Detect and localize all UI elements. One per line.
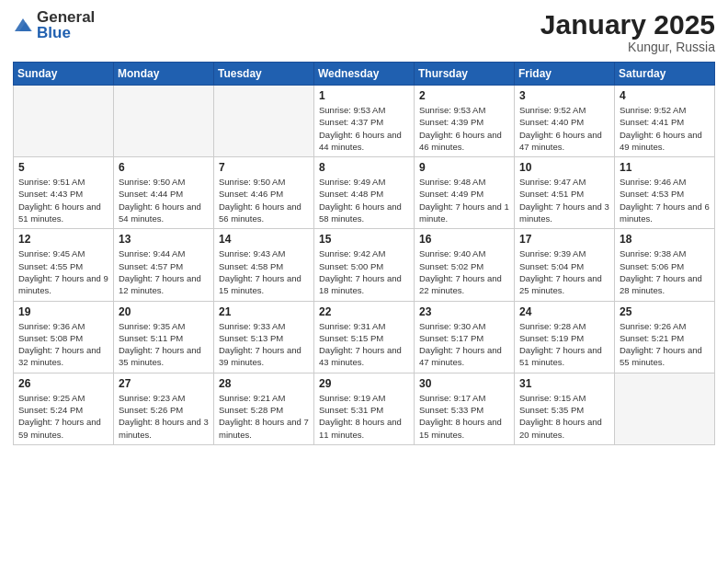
weekday-header: Saturday [615,63,715,86]
calendar-title: January 2025 [540,9,715,40]
sunrise-text: Sunrise: 9:33 AM [219,321,285,331]
sunrise-text: Sunrise: 9:17 AM [419,393,485,403]
sunset-text: Sunset: 4:37 PM [319,117,383,127]
day-number: 2 [419,89,509,102]
day-number: 10 [519,161,609,174]
daylight-text: Daylight: 6 hours and 56 minutes. [219,201,301,224]
sunset-text: Sunset: 4:58 PM [219,261,283,271]
day-number: 9 [419,161,509,174]
day-info: Sunrise: 9:53 AMSunset: 4:39 PMDaylight:… [419,104,509,153]
calendar-cell: 3Sunrise: 9:52 AMSunset: 4:40 PMDaylight… [515,86,615,157]
calendar-cell: 27Sunrise: 9:23 AMSunset: 5:26 PMDayligh… [114,373,214,444]
daylight-text: Daylight: 7 hours and 39 minutes. [219,345,301,367]
sunset-text: Sunset: 4:39 PM [419,117,483,127]
daylight-text: Daylight: 6 hours and 58 minutes. [319,201,402,224]
day-number: 4 [620,89,710,102]
sunset-text: Sunset: 5:21 PM [620,333,684,343]
calendar-cell: 7Sunrise: 9:50 AMSunset: 4:46 PMDaylight… [214,157,314,229]
day-info: Sunrise: 9:40 AMSunset: 5:02 PMDaylight:… [419,247,509,296]
day-info: Sunrise: 9:45 AMSunset: 4:55 PMDaylight:… [18,247,108,296]
calendar-cell: 31Sunrise: 9:15 AMSunset: 5:35 PMDayligh… [515,373,615,444]
sunrise-text: Sunrise: 9:45 AM [18,248,85,259]
day-number: 17 [519,233,609,246]
calendar-cell [114,86,214,157]
daylight-text: Daylight: 7 hours and 6 minutes. [620,201,710,224]
day-number: 11 [620,161,710,174]
daylight-text: Daylight: 7 hours and 15 minutes. [219,273,301,295]
day-info: Sunrise: 9:51 AMSunset: 4:43 PMDaylight:… [18,176,108,224]
day-info: Sunrise: 9:30 AMSunset: 5:17 PMDaylight:… [419,320,509,369]
weekday-header: Thursday [415,63,515,86]
calendar-cell: 9Sunrise: 9:48 AMSunset: 4:49 PMDaylight… [415,157,515,229]
calendar-cell: 24Sunrise: 9:28 AMSunset: 5:19 PMDayligh… [515,301,615,373]
sunrise-text: Sunrise: 9:48 AM [419,177,485,187]
sunrise-text: Sunrise: 9:52 AM [620,105,686,115]
calendar-cell: 5Sunrise: 9:51 AMSunset: 4:43 PMDaylight… [14,157,114,229]
day-number: 3 [519,89,609,102]
calendar-cell: 1Sunrise: 9:53 AMSunset: 4:37 PMDaylight… [314,86,415,157]
calendar-week-row: 12Sunrise: 9:45 AMSunset: 4:55 PMDayligh… [14,229,715,301]
sunrise-text: Sunrise: 9:40 AM [419,248,485,259]
sunset-text: Sunset: 5:17 PM [419,333,483,343]
calendar-cell [615,373,715,444]
day-info: Sunrise: 9:46 AMSunset: 4:53 PMDaylight:… [620,176,710,224]
sunrise-text: Sunrise: 9:36 AM [18,321,85,331]
sunset-text: Sunset: 4:53 PM [620,189,684,199]
day-info: Sunrise: 9:26 AMSunset: 5:21 PMDaylight:… [620,320,710,369]
day-number: 7 [219,161,309,174]
calendar-cell: 12Sunrise: 9:45 AMSunset: 4:55 PMDayligh… [14,229,114,301]
sunset-text: Sunset: 5:11 PM [119,333,183,343]
calendar-cell: 25Sunrise: 9:26 AMSunset: 5:21 PMDayligh… [615,301,715,373]
daylight-text: Daylight: 7 hours and 3 minutes. [519,201,609,224]
calendar-cell: 17Sunrise: 9:39 AMSunset: 5:04 PMDayligh… [515,229,615,301]
daylight-text: Daylight: 7 hours and 25 minutes. [519,273,602,295]
sunset-text: Sunset: 5:04 PM [519,261,584,271]
calendar-cell: 13Sunrise: 9:44 AMSunset: 4:57 PMDayligh… [114,229,214,301]
day-number: 21 [219,305,309,318]
sunrise-text: Sunrise: 9:51 AM [18,177,85,187]
calendar-cell [14,86,114,157]
day-number: 15 [319,233,409,246]
daylight-text: Daylight: 8 hours and 15 minutes. [419,417,502,439]
day-info: Sunrise: 9:48 AMSunset: 4:49 PMDaylight:… [419,176,509,224]
sunrise-text: Sunrise: 9:31 AM [319,321,385,331]
logo: General Blue [13,9,95,40]
sunset-text: Sunset: 5:02 PM [419,261,483,271]
sunrise-text: Sunrise: 9:53 AM [319,105,385,115]
day-info: Sunrise: 9:38 AMSunset: 5:06 PMDaylight:… [620,247,710,296]
day-number: 29 [319,377,409,390]
logo-icon [13,15,33,35]
day-info: Sunrise: 9:25 AMSunset: 5:24 PMDaylight:… [18,392,108,441]
sunrise-text: Sunrise: 9:49 AM [319,177,385,187]
sunset-text: Sunset: 4:40 PM [519,117,584,127]
calendar-cell: 2Sunrise: 9:53 AMSunset: 4:39 PMDaylight… [415,86,515,157]
sunset-text: Sunset: 5:13 PM [219,333,283,343]
calendar-table: SundayMondayTuesdayWednesdayThursdayFrid… [13,62,715,445]
sunrise-text: Sunrise: 9:50 AM [119,177,185,187]
calendar-cell [214,86,314,157]
day-info: Sunrise: 9:52 AMSunset: 4:40 PMDaylight:… [519,104,609,153]
calendar-cell: 8Sunrise: 9:49 AMSunset: 4:48 PMDaylight… [314,157,415,229]
logo-text: General Blue [37,9,95,40]
calendar-subtitle: Kungur, Russia [540,40,715,54]
day-number: 19 [18,305,108,318]
calendar-cell: 21Sunrise: 9:33 AMSunset: 5:13 PMDayligh… [214,301,314,373]
daylight-text: Daylight: 7 hours and 18 minutes. [319,273,402,295]
day-number: 24 [519,305,609,318]
daylight-text: Daylight: 6 hours and 46 minutes. [419,130,502,152]
day-info: Sunrise: 9:50 AMSunset: 4:44 PMDaylight:… [119,176,209,224]
weekday-header: Monday [114,63,214,86]
sunrise-text: Sunrise: 9:26 AM [620,321,686,331]
day-number: 25 [620,305,710,318]
calendar-cell: 15Sunrise: 9:42 AMSunset: 5:00 PMDayligh… [314,229,415,301]
calendar-week-row: 5Sunrise: 9:51 AMSunset: 4:43 PMDaylight… [14,157,715,229]
day-info: Sunrise: 9:49 AMSunset: 4:48 PMDaylight:… [319,176,409,224]
calendar-cell: 28Sunrise: 9:21 AMSunset: 5:28 PMDayligh… [214,373,314,444]
day-number: 8 [319,161,409,174]
day-info: Sunrise: 9:53 AMSunset: 4:37 PMDaylight:… [319,104,409,153]
calendar-body: 1Sunrise: 9:53 AMSunset: 4:37 PMDaylight… [14,86,715,445]
day-number: 22 [319,305,409,318]
calendar-cell: 20Sunrise: 9:35 AMSunset: 5:11 PMDayligh… [114,301,214,373]
daylight-text: Daylight: 7 hours and 12 minutes. [119,273,201,295]
weekday-header: Wednesday [314,63,415,86]
